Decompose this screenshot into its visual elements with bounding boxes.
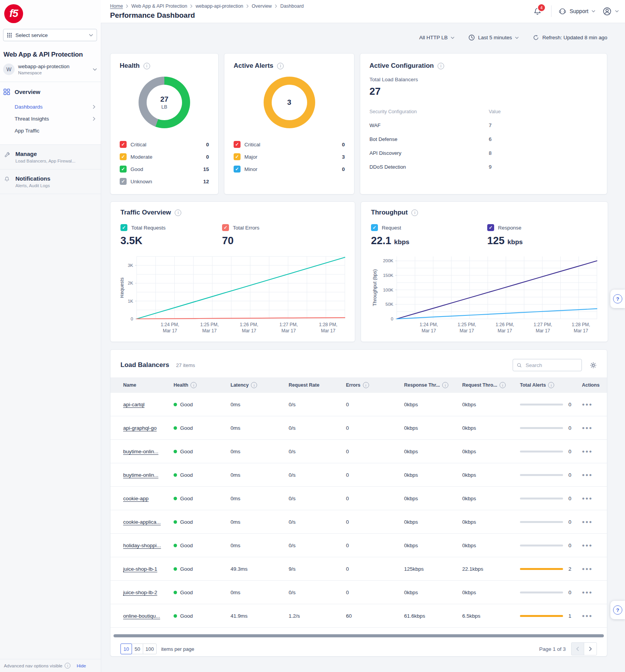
page-size-10-button[interactable]: 10 — [120, 644, 132, 654]
hide-nav-link[interactable]: Hide — [77, 663, 86, 669]
lb-name-link[interactable]: buytime-onlin... — [123, 472, 159, 478]
info-icon[interactable]: i — [251, 382, 257, 388]
time-range-dropdown[interactable]: Last 5 minutes — [468, 34, 519, 41]
namespace-selector[interactable]: W webapp-api-protection Namespace — [0, 59, 101, 82]
info-icon[interactable]: i — [175, 209, 181, 216]
row-actions-button[interactable]: ●●● — [582, 472, 614, 478]
svg-text:1:28 PM,: 1:28 PM, — [319, 322, 338, 327]
row-actions-button[interactable]: ●●● — [582, 425, 614, 431]
column-header-name[interactable]: Name — [123, 382, 174, 388]
table-row: juice-shop-lb-1Good49.3ms9/s0125kbps22.1… — [110, 557, 607, 581]
column-header-latency[interactable]: Latencyi — [231, 382, 289, 388]
lb-name-link[interactable]: juice-shop-lb-2 — [123, 590, 157, 595]
row-actions-button[interactable]: ●●● — [582, 543, 614, 548]
info-icon[interactable]: i — [65, 663, 70, 669]
legend-checkbox[interactable]: ✓ — [120, 153, 127, 160]
legend-checkbox[interactable]: ✓ — [120, 166, 127, 173]
column-header-request-thro[interactable]: Request Thro...i — [462, 382, 520, 388]
breadcrumb-item[interactable]: Web App & API Protection — [131, 3, 187, 9]
column-header-health[interactable]: Healthi — [174, 382, 231, 388]
support-menu[interactable]: Support — [558, 7, 595, 15]
sidebar-item-overview[interactable]: Overview — [0, 89, 101, 95]
lb-name-link[interactable]: cookie-app — [123, 496, 149, 501]
column-header-request-rate[interactable]: Request Rate — [289, 382, 346, 388]
legend-checkbox[interactable]: ✓ — [120, 178, 127, 185]
sidebar-footer: Advanced nav options visible i Hide — [0, 659, 101, 672]
info-icon[interactable]: i — [500, 382, 506, 388]
traffic-chart: 01K2K3K1:24 PM,Mar 171:25 PM,Mar 171:26 … — [120, 251, 345, 341]
legend-checkbox[interactable]: ✓ — [234, 166, 241, 173]
legend-checkbox[interactable]: ✓ — [234, 153, 241, 160]
legend-checkbox[interactable]: ✓ — [120, 141, 127, 148]
info-icon[interactable]: i — [363, 382, 369, 388]
row-actions-button[interactable]: ●●● — [582, 566, 614, 571]
row-actions-button[interactable]: ●●● — [582, 613, 614, 618]
page-size-100-button[interactable]: 100 — [143, 644, 157, 654]
page-indicator: Page 1 of 3 — [539, 646, 566, 652]
lb-name-link[interactable]: api-graphql-go — [123, 425, 157, 431]
health-dot-icon — [174, 614, 177, 618]
sidebar-item-dashboards[interactable]: Dashboards — [0, 101, 101, 113]
previous-page-button[interactable] — [571, 642, 584, 655]
svg-text:Mar 17: Mar 17 — [460, 328, 474, 333]
breadcrumb-item[interactable]: Dashboard — [280, 3, 304, 9]
select-service-dropdown[interactable]: Select service — [3, 29, 97, 41]
lb-name-link[interactable]: cookie-applica... — [123, 519, 161, 525]
legend-checkbox[interactable]: ✓ — [234, 141, 241, 148]
alerts-bar — [520, 521, 563, 523]
lb-name-link[interactable]: api-cartql — [123, 402, 145, 407]
lb-filter-dropdown[interactable]: All HTTP LB — [419, 35, 455, 40]
legend-value: 3 — [342, 154, 345, 160]
help-button[interactable]: ? — [610, 601, 625, 619]
sidebar-item-manage[interactable]: Manage Load Balancers, App Firewal... — [0, 145, 101, 169]
column-header-actions[interactable]: Actions — [582, 382, 623, 388]
latency-cell: 0ms — [231, 402, 289, 407]
row-actions-button[interactable]: ●●● — [582, 496, 614, 501]
refresh-button[interactable]: Refresh: Updated 8 min ago — [533, 34, 607, 41]
lb-name-link[interactable]: holiday-shoppi... — [123, 543, 161, 548]
series-checkbox[interactable]: ✓ — [371, 224, 378, 231]
column-header-errors[interactable]: Errorsi — [346, 382, 404, 388]
sidebar-item-app-traffic[interactable]: App Traffic — [0, 125, 101, 137]
breadcrumb-item[interactable]: Overview — [252, 3, 272, 9]
namespace-name: webapp-api-protection — [18, 64, 89, 69]
user-menu[interactable] — [602, 7, 619, 16]
breadcrumb-item[interactable]: webapp-api-protection — [196, 3, 243, 9]
sidebar-item-notifications[interactable]: Notifications Alerts, Audit Logs — [0, 169, 101, 194]
f5-logo[interactable]: f5 — [4, 4, 23, 23]
info-icon[interactable]: i — [144, 63, 150, 69]
info-icon[interactable]: i — [411, 209, 418, 216]
row-actions-button[interactable]: ●●● — [582, 449, 614, 454]
info-icon[interactable]: i — [438, 63, 444, 69]
row-actions-button[interactable]: ●●● — [582, 402, 614, 407]
help-button[interactable]: ? — [610, 290, 625, 308]
alerts-card-title: Active Alerts — [234, 62, 273, 70]
request-rate-cell: 0/s — [289, 425, 346, 431]
breadcrumb-home[interactable]: Home — [110, 3, 123, 9]
page-size-50-button[interactable]: 50 — [132, 644, 143, 654]
table-row: cookie-appGood0ms0/s00kbps0kbps0●●● — [110, 487, 607, 510]
errors-cell: 0 — [346, 566, 404, 572]
info-icon[interactable]: i — [191, 382, 197, 388]
gear-icon[interactable] — [590, 362, 597, 369]
next-page-button[interactable] — [584, 642, 597, 655]
row-actions-button[interactable]: ●●● — [582, 590, 614, 595]
column-header-total-alerts[interactable]: Total Alertsi — [520, 382, 582, 388]
lb-name-link[interactable]: online-boutiqu... — [123, 613, 160, 619]
info-icon[interactable]: i — [548, 382, 554, 388]
chevron-right-icon — [190, 4, 192, 8]
horizontal-scrollbar[interactable] — [114, 634, 604, 637]
info-icon[interactable]: i — [442, 382, 448, 388]
series-checkbox[interactable]: ✓ — [487, 224, 494, 231]
info-icon[interactable]: i — [277, 63, 284, 69]
series-checkbox[interactable]: ✓ — [222, 224, 229, 231]
series-checkbox[interactable]: ✓ — [120, 224, 127, 231]
notifications-bell-button[interactable]: 4 — [531, 6, 544, 17]
search-input[interactable] — [525, 362, 578, 369]
lb-name-link[interactable]: buytime-onlin... — [123, 449, 159, 454]
lb-name-link[interactable]: juice-shop-lb-1 — [123, 566, 157, 572]
column-header-response-thr[interactable]: Response Thr...i — [404, 382, 462, 388]
row-actions-button[interactable]: ●●● — [582, 519, 614, 525]
config-value: 7 — [489, 122, 491, 128]
sidebar-item-threat-insights[interactable]: Threat Insights — [0, 113, 101, 125]
